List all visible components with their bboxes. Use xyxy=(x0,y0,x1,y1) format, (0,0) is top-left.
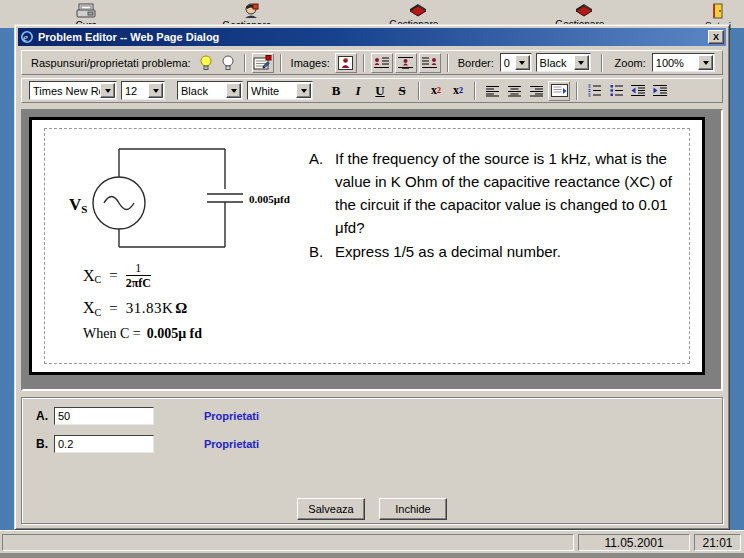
status-bar: 11.05.2001 21:01 xyxy=(0,530,744,553)
align-right-button[interactable] xyxy=(526,81,546,101)
separator xyxy=(474,82,476,100)
numbered-list-button[interactable] xyxy=(584,81,604,101)
question-a-label: A. xyxy=(309,147,335,239)
image-align-right-icon xyxy=(421,56,438,69)
align-left-button[interactable] xyxy=(482,81,502,101)
close-dialog-button[interactable]: Inchide xyxy=(379,498,447,520)
zoom-label: Zoom: xyxy=(615,57,646,69)
book-icon xyxy=(573,2,595,18)
bold-button[interactable]: B xyxy=(326,81,346,101)
dropdown-arrow-icon[interactable] xyxy=(296,83,311,98)
formulas-block: XC = 12πfC XC = 31.83K Ω When C = 0. xyxy=(83,261,295,342)
dialog-title: Problem Editor -- Web Page Dialog xyxy=(38,31,708,43)
outdent-button[interactable] xyxy=(628,81,648,101)
dropdown-arrow-icon[interactable] xyxy=(226,83,241,98)
image-align-left-button[interactable] xyxy=(371,53,393,73)
outdent-icon xyxy=(630,84,646,97)
problem-questions: A. If the frequency of the source is 1 k… xyxy=(295,137,679,355)
properties-form-icon xyxy=(253,55,272,71)
dropdown-arrow-icon[interactable] xyxy=(100,83,115,98)
capacitor-label: 0.005μfd xyxy=(249,193,290,205)
problem-editor-dialog: e Problem Editor -- Web Page Dialog X Ra… xyxy=(14,24,730,530)
dropdown-arrow-icon[interactable] xyxy=(148,83,163,98)
source-label: VS xyxy=(69,195,87,215)
status-time: 21:01 xyxy=(694,534,741,551)
problem-properties-button[interactable] xyxy=(252,53,274,73)
bulb-off-icon xyxy=(220,54,236,71)
bullet-list-icon xyxy=(609,84,624,97)
problem-selection[interactable]: VS 0.005μfd XC = 12πfC XC = 31 xyxy=(44,128,690,364)
editor-area: VS 0.005μfd XC = 12πfC XC = 31 xyxy=(21,109,723,391)
answers-toolbar: Raspunsuri/proprietati problema: Images:… xyxy=(21,50,723,75)
formula-result: XC = 31.83K Ω xyxy=(83,299,295,317)
border-label: Border: xyxy=(458,57,494,69)
align-center-icon xyxy=(507,85,522,97)
formula-when: When C = 0.005μ fd xyxy=(83,326,295,342)
font-size-select[interactable]: 12 xyxy=(121,81,165,100)
images-label: Images: xyxy=(291,57,330,69)
align-center-button[interactable] xyxy=(504,81,524,101)
insert-image-button[interactable] xyxy=(335,53,357,73)
show-answers-button[interactable] xyxy=(196,53,216,73)
question-b: B. Express 1/5 as a decimal number. xyxy=(309,240,679,263)
answer-a-input[interactable] xyxy=(54,407,154,425)
align-left-icon xyxy=(485,85,500,97)
bullet-list-button[interactable] xyxy=(606,81,626,101)
book-icon xyxy=(407,2,429,18)
answer-a-properties-link[interactable]: Proprietati xyxy=(204,410,259,422)
answer-b-label: B. xyxy=(36,437,54,451)
dropdown-arrow-icon[interactable] xyxy=(515,55,530,70)
absolute-position-button[interactable] xyxy=(548,81,570,101)
image-align-center-icon xyxy=(397,56,414,69)
bulb-on-icon xyxy=(198,54,214,71)
italic-button[interactable]: I xyxy=(348,81,368,101)
window-bottom-edge xyxy=(0,553,744,558)
answer-b-properties-link[interactable]: Proprietati xyxy=(204,438,259,450)
save-button[interactable]: Salveaza xyxy=(297,498,365,520)
underline-button[interactable]: U xyxy=(370,81,390,101)
problem-page[interactable]: VS 0.005μfd XC = 12πfC XC = 31 xyxy=(29,117,705,375)
question-b-label: B. xyxy=(309,240,335,263)
separator xyxy=(363,54,365,72)
door-tools-icon xyxy=(709,2,727,20)
text-color-select[interactable]: Black xyxy=(177,81,243,100)
image-align-left-icon xyxy=(373,56,390,69)
absolute-position-icon xyxy=(551,84,568,97)
border-color-select[interactable]: Black xyxy=(536,53,591,72)
align-right-icon xyxy=(529,85,544,97)
separator xyxy=(447,54,449,72)
formula-xc: XC = 12πfC xyxy=(83,261,295,290)
curs-icon xyxy=(75,2,97,19)
font-family-value: Times New Roma xyxy=(30,85,100,97)
dropdown-arrow-icon[interactable] xyxy=(698,55,713,70)
subscript-button[interactable]: x2 xyxy=(448,81,468,101)
close-button[interactable]: X xyxy=(708,30,724,44)
numbered-list-icon xyxy=(587,84,602,97)
question-b-text: Express 1/5 as a decimal number. xyxy=(335,240,679,263)
image-icon xyxy=(338,56,353,70)
indent-button[interactable] xyxy=(650,81,670,101)
svg-text:e: e xyxy=(23,31,28,43)
background-color-select[interactable]: White xyxy=(247,81,313,100)
hide-answers-button[interactable] xyxy=(218,53,238,73)
person-icon xyxy=(241,2,261,19)
answer-a-label: A. xyxy=(36,409,54,423)
answers-panel: A. Proprietati B. Proprietati Salveaza I… xyxy=(21,397,723,524)
image-align-center-button[interactable] xyxy=(395,53,417,73)
dropdown-arrow-icon[interactable] xyxy=(574,55,589,70)
border-size-value: 0 xyxy=(501,57,515,69)
separator xyxy=(576,82,578,100)
question-a: A. If the frequency of the source is 1 k… xyxy=(309,147,679,239)
border-size-select[interactable]: 0 xyxy=(500,53,532,72)
font-size-value: 12 xyxy=(122,85,148,97)
strikethrough-button[interactable]: S xyxy=(392,81,412,101)
zoom-select[interactable]: 100% xyxy=(652,53,715,72)
answer-b-input[interactable] xyxy=(54,435,154,453)
question-a-text: If the frequency of the source is 1 kHz,… xyxy=(335,147,679,239)
image-align-right-button[interactable] xyxy=(419,53,441,73)
font-family-select[interactable]: Times New Roma xyxy=(29,81,117,100)
dialog-titlebar[interactable]: e Problem Editor -- Web Page Dialog X xyxy=(18,28,726,46)
separator xyxy=(601,54,603,72)
superscript-button[interactable]: x2 xyxy=(426,81,446,101)
separator xyxy=(244,54,246,72)
